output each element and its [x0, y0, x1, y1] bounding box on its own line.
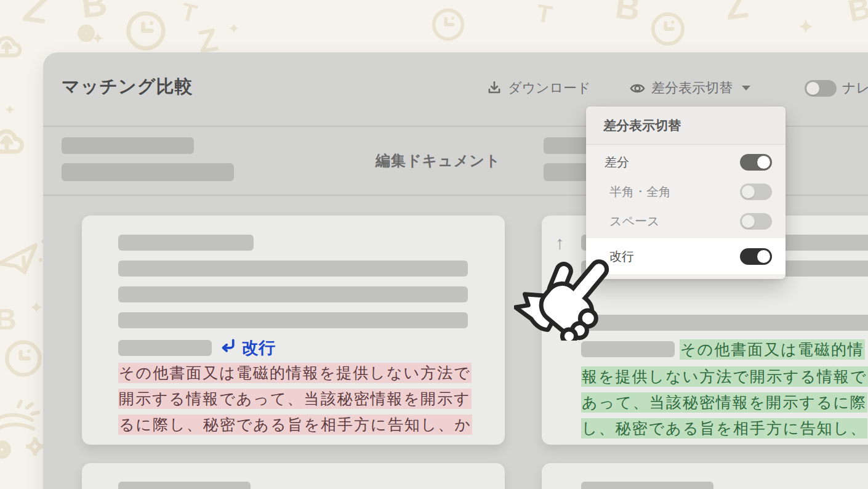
pattern-letter-b-icon: B	[613, 0, 642, 26]
page: { "header": { "title": "マッチング比較", "downl…	[0, 0, 868, 489]
pattern-hands-icon	[0, 399, 43, 436]
caret-down-icon	[742, 86, 750, 91]
pattern-clock-icon	[650, 11, 686, 47]
pointer-hand-icon	[514, 239, 619, 343]
knowledge-toggle[interactable]	[805, 80, 837, 97]
diff-switch-label: 差分表示切替	[651, 79, 733, 97]
download-label: ダウンロード	[508, 79, 591, 97]
pattern-letter-b-icon: B	[79, 0, 109, 23]
placeholder-bar	[118, 340, 212, 356]
pattern-sparkle-icon	[92, 33, 103, 44]
linebreak-toggle[interactable]	[740, 248, 772, 265]
dropdown-item-label: 差分	[605, 154, 629, 171]
inserted-text-line: し、秘密である旨を相手方に告知し、	[581, 418, 867, 438]
page-title: マッチング比較	[62, 75, 193, 99]
placeholder-bar	[581, 341, 675, 357]
dropdown-item-space[interactable]: スペース	[586, 206, 786, 236]
diff-toggle[interactable]	[740, 154, 772, 171]
pattern-letter-t-icon: T	[535, 0, 554, 27]
pattern-sparkle-icon	[799, 20, 813, 33]
download-icon	[486, 80, 502, 96]
right-next-document-card	[542, 463, 868, 489]
pattern-cloud-arrow-icon	[0, 31, 23, 63]
pattern-sparkle-icon	[31, 302, 42, 313]
dropdown-title: 差分表示切替	[586, 107, 786, 145]
pattern-target-icon	[0, 440, 11, 459]
placeholder-bar	[581, 482, 713, 489]
pattern-star-icon	[26, 437, 44, 456]
toggle-knob	[757, 156, 770, 169]
diff-display-switch-button[interactable]: 差分表示切替	[629, 79, 750, 97]
placeholder-bar	[118, 286, 468, 302]
eye-icon	[629, 80, 646, 97]
dropdown-item-label: 半角・全角	[609, 184, 671, 200]
deleted-text-line: るに際し、秘密である旨を相手方に告知し、か	[118, 414, 472, 435]
pattern-clock-icon	[431, 7, 465, 42]
dropdown-item-label: スペース	[609, 213, 659, 230]
space-toggle[interactable]	[740, 213, 772, 230]
deleted-text-line: その他書面又は電磁的情報を提供しない方法で	[118, 363, 472, 383]
pattern-cloud-arrow-icon	[0, 123, 26, 160]
pattern-letter-z-icon: Z	[723, 0, 750, 26]
pattern-letter-z-icon: Z	[21, 0, 50, 30]
left-next-document-card	[82, 463, 505, 489]
pattern-letter-b-icon: B	[845, 0, 868, 26]
toggle-knob	[757, 250, 770, 263]
download-button[interactable]: ダウンロード	[486, 79, 591, 97]
halfwidth-fullwidth-toggle[interactable]	[740, 184, 772, 200]
inserted-text-line: 報を提供しない方法で開示する情報で	[581, 366, 868, 387]
deleted-text-line: 開示する情報であって、当該秘密情報を開示す	[118, 389, 472, 409]
dropdown-item-halfwidth-fullwidth[interactable]: 半角・全角	[586, 177, 786, 206]
inserted-text-line: その他書面又は電磁的情	[680, 339, 865, 360]
toggle-knob	[806, 82, 819, 95]
pattern-clock-icon	[4, 339, 43, 378]
linebreak-marker-label: 改行	[242, 337, 275, 359]
pattern-letter-t-icon: T	[179, 0, 199, 26]
toggle-knob	[742, 215, 755, 228]
dropdown-item-diff[interactable]: 差分	[586, 147, 786, 177]
pattern-sparkle-icon	[5, 105, 15, 115]
pattern-sparkle-icon	[229, 23, 239, 33]
pattern-clock-icon	[125, 10, 167, 52]
inserted-text-line: あって、当該秘密情報を開示するに際	[581, 392, 867, 413]
placeholder-bar	[581, 315, 868, 331]
pattern-letter-b-icon: B	[0, 305, 17, 334]
knowledge-toggle-group: ナレ	[805, 79, 868, 97]
placeholder-bar	[118, 312, 468, 328]
placeholder-bar	[118, 261, 468, 277]
placeholder-bar	[118, 482, 251, 489]
edit-document-label: 編集ドキュメント	[376, 151, 500, 171]
placeholder-bar	[62, 137, 194, 154]
placeholder-bar	[118, 235, 254, 251]
return-arrow-icon	[219, 336, 237, 359]
placeholder-bar	[62, 163, 234, 181]
knowledge-label: ナレ	[842, 79, 868, 97]
linebreak-marker: 改行	[219, 336, 275, 359]
left-document-card: 改行 その他書面又は電磁的情報を提供しない方法で 開示する情報であって、当該秘密…	[82, 216, 505, 445]
toggle-knob	[742, 185, 755, 198]
